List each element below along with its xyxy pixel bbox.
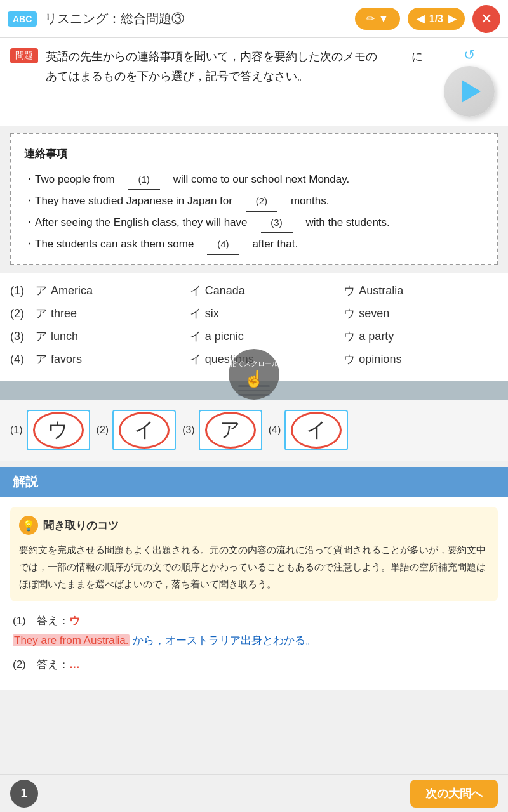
ans-box-1[interactable]: ウ: [27, 410, 90, 450]
answer-box-group-2: (2) イ: [97, 410, 177, 450]
tip-header: 💡 聞き取りのコツ: [19, 516, 489, 535]
choice-2-u[interactable]: ウ seven: [344, 306, 498, 321]
choice-4-u[interactable]: ウ opinions: [344, 351, 498, 367]
choice-1-u[interactable]: ウ Australia: [344, 283, 498, 298]
header-title: リスニング：総合問題③: [44, 10, 347, 27]
choice-group-2: ア three イ six ウ seven: [36, 306, 498, 321]
blank-1: (1): [128, 170, 160, 190]
nav-button[interactable]: ◀ 1/3 ▶: [408, 8, 465, 30]
ans-label-1: (1) 答え：: [13, 615, 69, 627]
choices-section: (1) ア America イ Canada ウ Australia (2) ア…: [0, 273, 508, 381]
notice-title: 連絡事項: [24, 143, 484, 165]
answer-box-group-4: (4) イ: [269, 410, 349, 450]
play-button-area: ↺: [441, 47, 498, 117]
ans-box-4[interactable]: イ: [284, 410, 348, 450]
ans-box-2[interactable]: イ: [112, 410, 176, 450]
ans-num-2: (2): [97, 424, 109, 436]
divider-line-2: [238, 390, 270, 391]
choice-2-i[interactable]: イ six: [190, 306, 344, 321]
answer-box-group-3: (3) ア: [182, 410, 262, 450]
answer-explanation-2: (2) 答え：…: [0, 653, 508, 678]
divider-line-3: [238, 394, 270, 396]
notice-line-2: ・They have studied Japanese in Japan for…: [24, 190, 484, 212]
tip-icon: 💡: [19, 516, 38, 535]
bottom-bar: 1 次の大問へ: [0, 774, 508, 812]
tip-box: 💡 聞き取りのコツ 要約文を完成させる問題もよく出題される。元の文の内容の流れに…: [10, 507, 498, 601]
ans-value-3: ア: [220, 416, 241, 444]
choice-group-3: ア lunch イ a picnic ウ a party: [36, 329, 498, 344]
ans-num-1: (1): [10, 424, 23, 436]
choice-group-1: ア America イ Canada ウ Australia: [36, 283, 498, 298]
play-triangle-icon: [462, 80, 481, 103]
explanation-header: 解説: [0, 467, 508, 497]
notice-box: 連絡事項 ・Two people from (1) will come to o…: [10, 133, 498, 265]
divider-bar: [0, 381, 508, 400]
ans-label-2: (2) 答え：: [13, 658, 69, 671]
explanation-title: 解説: [13, 473, 38, 490]
header: ABC リスニング：総合問題③ ✏ ▼ ◀ 1/3 ▶ ✕: [0, 0, 508, 38]
pencil-icon: ✏: [366, 13, 375, 25]
close-button[interactable]: ✕: [472, 5, 500, 33]
refresh-icon[interactable]: ↺: [464, 47, 475, 63]
choice-1-a[interactable]: ア America: [36, 283, 190, 298]
play-button[interactable]: [444, 66, 495, 117]
next-icon: ▶: [448, 13, 456, 25]
notice-line-1: ・Two people from (1) will come to our sc…: [24, 169, 484, 190]
tip-text: 要約文を完成させる問題もよく出題される。元の文の内容の流れに沿って質問されること…: [19, 541, 489, 593]
notice-line-3: ・After seeing the English class, they wi…: [24, 212, 484, 233]
answer-explanation-1: (1) 答え：ウ They are from Australia. から，オース…: [0, 609, 508, 653]
choice-3-i[interactable]: イ a picnic: [190, 329, 344, 344]
choice-row-1: (1) ア America イ Canada ウ Australia: [10, 279, 498, 302]
choice-num-4: (4): [10, 353, 30, 366]
answer-boxes: (1) ウ (2) イ (3) ア (4): [10, 410, 498, 450]
choice-row-3: (3) ア lunch イ a picnic ウ a party: [10, 325, 498, 348]
blank-3: (3): [261, 213, 293, 233]
divider-line-1: [238, 385, 270, 387]
choice-num-2: (2): [10, 307, 30, 320]
ans-num-4: (4): [269, 424, 281, 436]
prev-icon: ◀: [417, 13, 424, 25]
choice-1-i[interactable]: イ Canada: [190, 283, 344, 298]
page-number: 1: [10, 780, 38, 808]
choice-group-4: ア favors イ questions ウ opinions: [36, 351, 498, 367]
choice-4-a[interactable]: ア favors: [36, 351, 190, 367]
divider-lines: [238, 385, 270, 396]
ans-answer-2: …: [69, 658, 80, 671]
ans-box-3[interactable]: ア: [199, 410, 262, 450]
notice-line-4: ・The students can ask them some (4) afte…: [24, 233, 484, 255]
highlight-text-1: They are from Australia.: [13, 634, 130, 646]
ans-answer-1: ウ: [69, 615, 80, 627]
close-icon: ✕: [481, 11, 492, 27]
choice-3-a[interactable]: ア lunch: [36, 329, 190, 344]
choice-3-u[interactable]: ウ a party: [344, 329, 498, 344]
abc-badge: ABC: [8, 11, 37, 27]
next-button[interactable]: 次の大問へ: [410, 780, 498, 808]
ans-value-4: イ: [306, 416, 327, 444]
blue-text-1: から，オーストラリア出身とわかる。: [133, 634, 316, 646]
answer-display: (1) ウ (2) イ (3) ア (4): [0, 400, 508, 461]
mondai-badge: 問題: [10, 48, 38, 63]
tip-title: 聞き取りのコツ: [43, 518, 119, 533]
answer-box-group-1: (1) ウ: [10, 410, 90, 450]
question-section: 問題 英語の先生からの連絡事項を聞いて，内容を要約した次のメモの にあてはまるも…: [0, 38, 508, 126]
choice-2-a[interactable]: ア three: [36, 306, 190, 321]
nav-label: 1/3: [429, 13, 443, 25]
choice-row-4: (4) ア favors イ questions ウ opinions: [10, 348, 498, 370]
choice-num-1: (1): [10, 284, 30, 298]
dropdown-icon: ▼: [378, 13, 389, 25]
ans-value-2: イ: [134, 416, 155, 444]
choice-4-i[interactable]: イ questions: [190, 351, 344, 367]
blank-2: (2): [246, 192, 277, 212]
question-text: 英語の先生からの連絡事項を聞いて，内容を要約した次のメモの にあてはまるものを下…: [46, 47, 433, 86]
explanation-section: 解説 💡 聞き取りのコツ 要約文を完成させる問題もよく出題される。元の文の内容の…: [0, 467, 508, 690]
blank-4: (4): [207, 235, 239, 255]
ans-num-3: (3): [182, 424, 195, 436]
choice-num-3: (3): [10, 330, 30, 343]
edit-button[interactable]: ✏ ▼: [355, 8, 400, 30]
ans-value-1: ウ: [48, 416, 69, 444]
choice-row-2: (2) ア three イ six ウ seven: [10, 302, 498, 325]
